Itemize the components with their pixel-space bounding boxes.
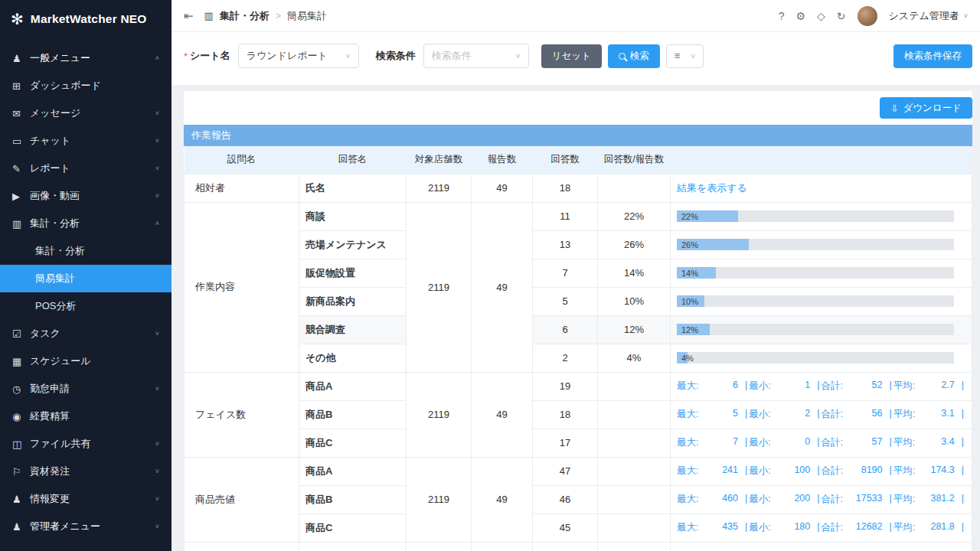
settings-icon[interactable]: ⚙ (795, 10, 805, 22)
search-button[interactable]: 検索 (608, 44, 660, 68)
help-icon[interactable]: ? (779, 10, 785, 22)
sidebar-item-label: 情報変更 (30, 492, 70, 506)
sheet-name-select[interactable]: ラウンドレポート ˅ (238, 44, 359, 68)
breadcrumb-separator: > (276, 11, 281, 21)
shield-icon[interactable]: ◇ (817, 10, 825, 22)
sidebar-item-message[interactable]: ✉メッセージ˅ (0, 99, 172, 127)
search-button-label: 検索 (630, 50, 649, 63)
sidebar-item-media[interactable]: ▶画像・動画˅ (0, 182, 172, 210)
chat-icon: ▭ (12, 135, 30, 147)
sidebar-item-schedule[interactable]: ▦スケジュール (0, 347, 172, 375)
condition-placeholder: 検索条件 (432, 49, 472, 63)
stats-row: 最大:435|最小:180|合計:12682|平均:281.8| (677, 521, 965, 534)
sidebar-item-material-order[interactable]: ⚐資材発注˅ (0, 458, 172, 485)
sidebar-item-dashboard[interactable]: ⊞ダッシュボード (0, 72, 172, 99)
stat-max: 最大:7| (677, 436, 749, 449)
cell-num (598, 485, 671, 514)
sidebar-item-report[interactable]: ✎レポート˅ (0, 155, 172, 182)
sidebar-item-info-change[interactable]: ♟情報変更˅ (0, 485, 172, 513)
cell-q: 商品売値 (185, 457, 299, 542)
table-row: フェイス数商品A21194919最大:6|最小:1|合計:52|平均:2.7| (185, 372, 972, 400)
breadcrumb-parent[interactable]: 集計・分析 (220, 9, 270, 23)
sidebar-item-expense[interactable]: ◉経費精算 (0, 403, 172, 430)
stat-min: 最小:100| (749, 465, 821, 478)
save-conditions-button[interactable]: 検索条件保存 (893, 44, 972, 68)
table-row: その他24%4% (185, 344, 972, 372)
attendance-icon: ◷ (12, 383, 30, 395)
sidebar-collapse-icon[interactable]: ⇤ (184, 9, 194, 23)
cell-num: 49 (472, 174, 533, 202)
stat-min: 最小:0| (749, 436, 821, 449)
analysis-icon: ▥ (12, 218, 30, 230)
main-area: ⇤ ▥ 集計・分析 > 簡易集計 ? ⚙ ◇ ↻ システム管理者 ˅ * シート… (172, 0, 980, 551)
cell-num (598, 514, 671, 542)
percent-bar-label: 26% (681, 240, 698, 249)
sidebar-item-label: 資材発注 (30, 465, 70, 478)
cell-result: 最大:241|最小:100|合計:8190|平均:174.3| (671, 457, 972, 485)
cell-result: 22% (671, 202, 972, 230)
stat-min: 最小:2| (749, 408, 821, 421)
sidebar-item-pos-analysis[interactable]: POS分析 (0, 292, 172, 320)
table-row: 新商品案内510%10% (185, 287, 972, 315)
cell-result: 12% (671, 315, 972, 344)
cell-num: 46 (533, 485, 598, 514)
view-options-button[interactable]: ≡ ˅ (666, 44, 704, 68)
sidebar-item-chat[interactable]: ▭チャット˅ (0, 127, 172, 155)
required-asterisk: * (184, 51, 188, 62)
sidebar-item-analysis-sub[interactable]: 集計・分析 (0, 237, 172, 265)
stat-sum: 合計:17533| (822, 493, 893, 506)
stats-row: 最大:5|最小:2|合計:56|平均:3.1| (677, 408, 965, 421)
sidebar-item-general-menu[interactable]: ♟一般メニュー˄ (0, 44, 172, 72)
stat-avg: 平均:381.2| (893, 493, 965, 506)
table-title-band: 作業報告 (184, 125, 972, 146)
cell-result: 10% (671, 287, 972, 315)
sheet-name-label: シート名 (190, 49, 230, 63)
stat-max: 最大:460| (677, 493, 749, 506)
cell-num: 49 (472, 457, 533, 542)
cell-a: 売場メンテナンス (299, 230, 407, 259)
show-result-link[interactable]: 結果を表示する (677, 182, 747, 194)
cell-result: 最大:6|最小:1|合計:52|平均:2.7| (671, 372, 972, 400)
download-button[interactable]: ⇩ ダウンロード (880, 97, 972, 119)
cell-num: 6 (533, 315, 598, 344)
info-change-icon: ♟ (12, 494, 30, 505)
percent-bar: 22% (677, 210, 954, 222)
list-icon: ≡ (675, 51, 680, 61)
refresh-icon[interactable]: ↻ (837, 10, 846, 22)
cell-a: 商品C (299, 429, 407, 457)
sheet-name-value: ラウンドレポート (247, 49, 328, 63)
stat-avg: 平均:174.3| (893, 465, 965, 478)
sidebar-item-admin-menu[interactable]: ♟管理者メニュー˅ (0, 513, 172, 540)
sidebar-item-task[interactable]: ☑タスク˅ (0, 320, 172, 347)
dashboard-icon: ⊞ (12, 80, 30, 92)
cell-num (598, 400, 671, 429)
cell-num: 49 (472, 542, 533, 551)
cell-a: 商品A (299, 457, 407, 485)
condition-select[interactable]: 検索条件 ˅ (423, 44, 529, 68)
download-button-label: ダウンロード (903, 102, 962, 115)
stat-min: 最小:1| (749, 380, 821, 393)
table-body: 相対者氏名21194918結果を表示する作業内容商談2119491122%22%… (185, 174, 972, 551)
sidebar-item-simple-aggregation[interactable]: 簡易集計 (0, 265, 172, 292)
stat-sum: 合計:52| (822, 380, 893, 393)
sidebar-item-analysis[interactable]: ▥集計・分析˄ (0, 210, 172, 237)
user-avatar[interactable] (858, 6, 877, 26)
table-row: 売場メンテナンス1326%26% (185, 230, 972, 259)
stats-row: 最大:6|最小:1|合計:52|平均:2.7| (677, 380, 965, 393)
reset-button[interactable]: リセット (541, 44, 602, 68)
stat-avg: 平均:3.1| (893, 408, 965, 421)
cell-num: 2 (533, 344, 598, 372)
stat-max: 最大:435| (677, 521, 749, 534)
cell-a: 商品A (299, 372, 407, 400)
results-table: 設問名回答名対象店舗数報告数回答数回答数/報告数 相対者氏名21194918結果… (184, 146, 972, 551)
sidebar-menu: ♟一般メニュー˄⊞ダッシュボード✉メッセージ˅▭チャット˅✎レポート˅▶画像・動… (0, 44, 172, 540)
table-row: 総括コメント21194914結果を表示する (185, 542, 972, 551)
sidebar-item-attendance[interactable]: ◷勤怠申請˅ (0, 375, 172, 403)
sidebar-item-label: 一般メニュー (30, 51, 90, 65)
column-header (671, 146, 972, 174)
condition-label: 検索条件 (376, 49, 416, 63)
chevron-up-icon: ˄ (155, 220, 159, 227)
sidebar-item-file-share[interactable]: ◫ファイル共有˅ (0, 430, 172, 458)
user-menu[interactable]: システム管理者 ˅ (889, 9, 968, 23)
column-header: 回答名 (299, 146, 407, 174)
